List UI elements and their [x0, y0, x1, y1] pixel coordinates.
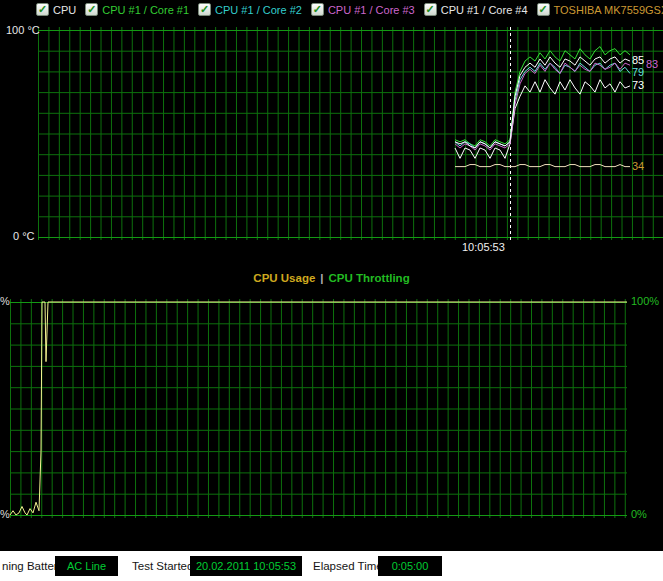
sensor-label: TOSHIBA MK7559GSXP: [554, 4, 663, 16]
test-started-value-box: 20.02.2011 10:05:53: [190, 556, 302, 576]
sensor-label: CPU #1 / Core #3: [328, 4, 415, 16]
checkbox-checked-icon[interactable]: ✓: [85, 3, 98, 16]
sensor-checkbox-row: ✓ CPU ✓ CPU #1 / Core #1 ✓ CPU #1 / Core…: [0, 1, 663, 18]
temp-axis-bottom-label: 0 °C: [13, 230, 35, 242]
elapsed-time-label: Elapsed Time:: [313, 560, 386, 572]
sensor-toggle-core3[interactable]: ✓ CPU #1 / Core #3: [311, 3, 415, 16]
series-value-label: 34: [632, 160, 644, 173]
cpu-throttling-legend: CPU Throttling: [329, 272, 410, 284]
series-value-label: 0%: [631, 508, 647, 521]
test-started-label: Test Started:: [132, 560, 197, 572]
checkbox-checked-icon[interactable]: ✓: [198, 3, 211, 16]
series-value-label: 85: [632, 54, 644, 67]
sensor-toggle-hdd[interactable]: ✓ TOSHIBA MK7559GSXP: [537, 3, 663, 16]
series-value-label: 79: [632, 66, 644, 79]
status-bar: ning Battery: AC Line Test Started: 20.0…: [0, 551, 663, 581]
series-value-label: %: [0, 295, 10, 308]
sensor-toggle-core1[interactable]: ✓ CPU #1 / Core #1: [85, 3, 189, 16]
sensor-toggle-core4[interactable]: ✓ CPU #1 / Core #4: [424, 3, 528, 16]
sensor-label: CPU #1 / Core #4: [441, 4, 528, 16]
battery-value-box: AC Line: [55, 556, 118, 576]
sensor-toggle-cpu[interactable]: ✓ CPU: [36, 3, 76, 16]
cpu-usage-legend: CPU Usage: [253, 272, 315, 284]
checkbox-checked-icon[interactable]: ✓: [537, 3, 550, 16]
sensor-toggle-core2[interactable]: ✓ CPU #1 / Core #2: [198, 3, 302, 16]
checkbox-checked-icon[interactable]: ✓: [36, 3, 49, 16]
series-value-label: 100%: [631, 295, 659, 308]
elapsed-time-value-box: 0:05:00: [378, 556, 442, 576]
stability-test-window: ✓ CPU ✓ CPU #1 / Core #1 ✓ CPU #1 / Core…: [0, 0, 663, 581]
legend-separator: |: [315, 272, 328, 284]
sensor-label: CPU: [53, 4, 76, 16]
temp-axis-top-label: 100 °C: [6, 24, 40, 36]
checkbox-checked-icon[interactable]: ✓: [424, 3, 437, 16]
sensor-label: CPU #1 / Core #2: [215, 4, 302, 16]
sensor-label: CPU #1 / Core #1: [102, 4, 189, 16]
series-value-label: 73: [632, 79, 644, 92]
series-value-label: 83: [646, 58, 658, 71]
checkbox-checked-icon[interactable]: ✓: [311, 3, 324, 16]
charts-canvas: [0, 0, 663, 581]
usage-chart-header: CPU Usage|CPU Throttling: [0, 272, 663, 284]
series-value-label: %: [0, 508, 10, 521]
test-start-time-label: 10:05:53: [462, 241, 505, 253]
